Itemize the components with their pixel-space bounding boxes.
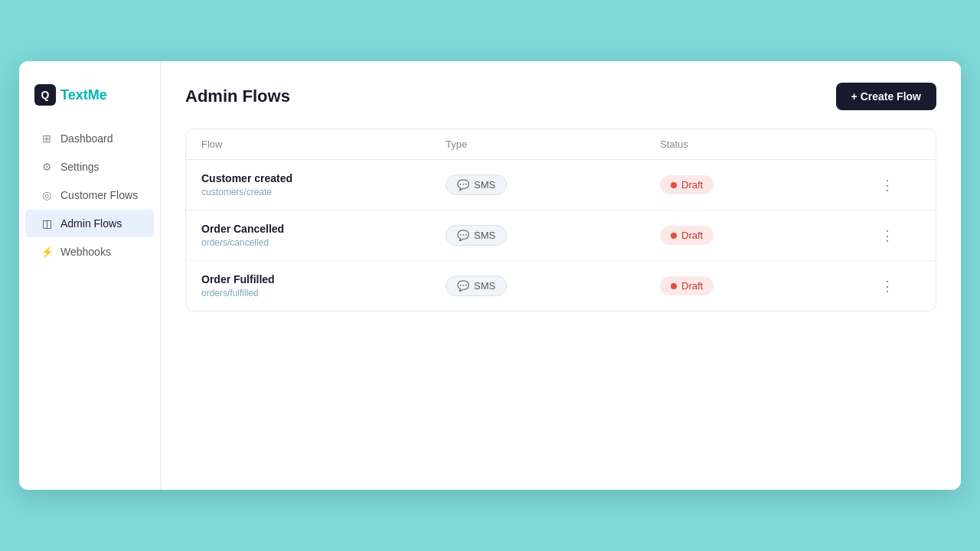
- flow-status-cell: Draft: [660, 276, 874, 295]
- flow-type-cell: 💬 SMS: [446, 174, 660, 195]
- table-row: Order Fulfilled orders/fulfilled 💬 SMS D…: [186, 261, 936, 311]
- status-dot-icon: [671, 233, 677, 239]
- status-label: Draft: [681, 179, 703, 191]
- flow-status-cell: Draft: [660, 226, 874, 245]
- sidebar-item-customer-flows[interactable]: ◎ Customer Flows: [25, 181, 154, 209]
- type-badge: 💬 SMS: [446, 276, 507, 296]
- page-title: Admin Flows: [185, 86, 290, 106]
- table-row: Customer created customers/create 💬 SMS …: [186, 160, 936, 210]
- app-window: Q TextMe ⊞ Dashboard ⚙ Settings ◎ Custom…: [19, 61, 961, 490]
- flow-type-cell: 💬 SMS: [446, 276, 660, 296]
- type-badge: 💬 SMS: [446, 225, 507, 246]
- flow-name: Order Fulfilled: [201, 273, 446, 285]
- logo-area: Q TextMe: [19, 77, 160, 124]
- type-label: SMS: [474, 179, 495, 191]
- status-badge: Draft: [660, 175, 714, 194]
- sidebar-item-webhooks[interactable]: ⚡ Webhooks: [25, 238, 154, 266]
- sidebar-item-label: Customer Flows: [60, 189, 138, 201]
- flow-path: orders/cancelled: [201, 237, 446, 248]
- logo-text: TextMe: [60, 87, 107, 103]
- status-label: Draft: [681, 230, 703, 241]
- flow-actions-cell: ⋮: [874, 275, 920, 298]
- flow-info: Order Cancelled orders/cancelled: [201, 223, 446, 248]
- sidebar-item-settings[interactable]: ⚙ Settings: [25, 153, 154, 181]
- header-status: Status: [660, 139, 874, 150]
- create-flow-button[interactable]: + Create Flow: [836, 83, 936, 110]
- dashboard-icon: ⊞: [41, 132, 53, 145]
- sidebar-item-label: Webhooks: [60, 246, 111, 258]
- more-options-button[interactable]: ⋮: [874, 275, 900, 298]
- header-flow: Flow: [201, 139, 446, 150]
- flow-actions-cell: ⋮: [874, 174, 920, 197]
- logo-icon: Q: [34, 84, 56, 106]
- webhooks-icon: ⚡: [41, 246, 53, 258]
- header-type: Type: [446, 139, 660, 150]
- sidebar-item-dashboard[interactable]: ⊞ Dashboard: [25, 125, 154, 152]
- flow-type-cell: 💬 SMS: [446, 225, 660, 246]
- header-actions: [874, 139, 920, 150]
- status-dot-icon: [671, 182, 677, 188]
- main-content: Admin Flows + Create Flow Flow Type Stat…: [161, 61, 961, 490]
- status-badge: Draft: [660, 276, 714, 295]
- table-header: Flow Type Status: [186, 129, 936, 160]
- sms-icon: 💬: [457, 230, 469, 241]
- settings-icon: ⚙: [41, 161, 53, 173]
- flow-status-cell: Draft: [660, 175, 874, 194]
- sms-icon: 💬: [457, 280, 469, 292]
- flows-table: Flow Type Status Customer created custom…: [185, 129, 936, 311]
- flow-path: customers/create: [201, 187, 446, 197]
- sidebar-item-admin-flows[interactable]: ◫ Admin Flows: [25, 210, 154, 237]
- sidebar-item-label: Settings: [60, 161, 100, 173]
- flow-actions-cell: ⋮: [874, 224, 920, 247]
- status-label: Draft: [681, 280, 703, 292]
- sms-icon: 💬: [457, 179, 469, 191]
- type-badge: 💬 SMS: [446, 174, 507, 195]
- more-options-button[interactable]: ⋮: [874, 174, 900, 197]
- flow-info: Customer created customers/create: [201, 172, 446, 197]
- sidebar-item-label: Admin Flows: [60, 217, 122, 230]
- type-label: SMS: [474, 230, 495, 241]
- status-badge: Draft: [660, 226, 714, 245]
- flow-info: Order Fulfilled orders/fulfilled: [201, 273, 446, 298]
- customer-flows-icon: ◎: [41, 189, 53, 201]
- page-header: Admin Flows + Create Flow: [185, 83, 936, 110]
- sidebar-item-label: Dashboard: [60, 132, 113, 145]
- admin-flows-icon: ◫: [41, 217, 53, 230]
- flow-name: Customer created: [201, 172, 446, 184]
- table-row: Order Cancelled orders/cancelled 💬 SMS D…: [186, 210, 936, 261]
- type-label: SMS: [474, 280, 495, 292]
- sidebar: Q TextMe ⊞ Dashboard ⚙ Settings ◎ Custom…: [19, 61, 161, 490]
- status-dot-icon: [671, 283, 677, 289]
- flow-name: Order Cancelled: [201, 223, 446, 235]
- sidebar-nav: ⊞ Dashboard ⚙ Settings ◎ Customer Flows …: [19, 124, 160, 266]
- flow-path: orders/fulfilled: [201, 288, 446, 298]
- more-options-button[interactable]: ⋮: [874, 224, 900, 247]
